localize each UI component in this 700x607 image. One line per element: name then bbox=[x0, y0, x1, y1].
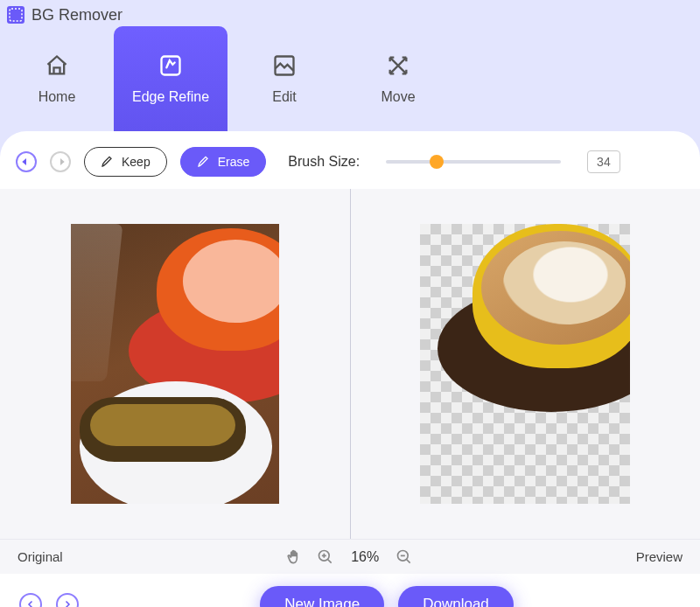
nav-prev-button[interactable] bbox=[19, 593, 42, 607]
brush-keep-icon bbox=[101, 154, 115, 171]
app-title: BG Remover bbox=[32, 6, 122, 24]
title-bar: BG Remover bbox=[0, 0, 700, 26]
main-tabs: Home Edge Refine Edit Move bbox=[0, 26, 700, 131]
tab-home[interactable]: Home bbox=[0, 26, 114, 131]
keep-button[interactable]: Keep bbox=[84, 147, 167, 177]
redo-button[interactable] bbox=[50, 151, 71, 172]
zoom-level: 16% bbox=[351, 549, 379, 565]
erase-button[interactable]: Erase bbox=[180, 147, 267, 177]
zoom-in-icon[interactable] bbox=[316, 548, 335, 567]
tab-move[interactable]: Move bbox=[341, 26, 455, 131]
viewer-status-bar: Original 16% Preview bbox=[0, 539, 700, 574]
brush-size-slider[interactable] bbox=[386, 160, 561, 164]
original-label: Original bbox=[18, 549, 63, 564]
image-panels bbox=[0, 189, 700, 539]
edge-refine-icon bbox=[158, 52, 184, 79]
keep-label: Keep bbox=[122, 155, 150, 169]
new-image-button[interactable]: New Image bbox=[260, 586, 384, 607]
erase-label: Erase bbox=[218, 155, 250, 169]
svg-rect-2 bbox=[162, 57, 180, 75]
preview-label: Preview bbox=[636, 549, 682, 564]
zoom-out-icon[interactable] bbox=[395, 548, 414, 567]
original-panel[interactable] bbox=[0, 189, 351, 539]
footer-bar: New Image Download bbox=[0, 574, 700, 607]
tab-label: Move bbox=[381, 89, 415, 105]
edit-icon bbox=[271, 52, 298, 79]
home-icon bbox=[44, 52, 70, 79]
edge-toolbar: Keep Erase Brush Size: 34 bbox=[0, 131, 700, 189]
tab-label: Home bbox=[38, 89, 76, 105]
undo-button[interactable] bbox=[16, 151, 37, 172]
nav-next-button[interactable] bbox=[56, 593, 79, 607]
slider-thumb[interactable] bbox=[430, 155, 444, 169]
tab-label: Edit bbox=[272, 89, 297, 105]
move-icon bbox=[385, 52, 411, 79]
tab-label: Edge Refine bbox=[132, 89, 209, 105]
app-logo-icon bbox=[7, 6, 24, 24]
brush-erase-icon bbox=[197, 154, 211, 171]
hand-tool-icon[interactable] bbox=[284, 548, 304, 567]
download-button[interactable]: Download bbox=[398, 586, 514, 607]
preview-image bbox=[420, 224, 630, 504]
brush-size-label: Brush Size: bbox=[288, 154, 360, 170]
original-image bbox=[71, 224, 279, 504]
tab-edit[interactable]: Edit bbox=[228, 26, 341, 131]
tab-edge-refine[interactable]: Edge Refine bbox=[114, 26, 228, 131]
brush-size-value: 34 bbox=[587, 150, 620, 173]
preview-panel[interactable] bbox=[351, 189, 701, 539]
